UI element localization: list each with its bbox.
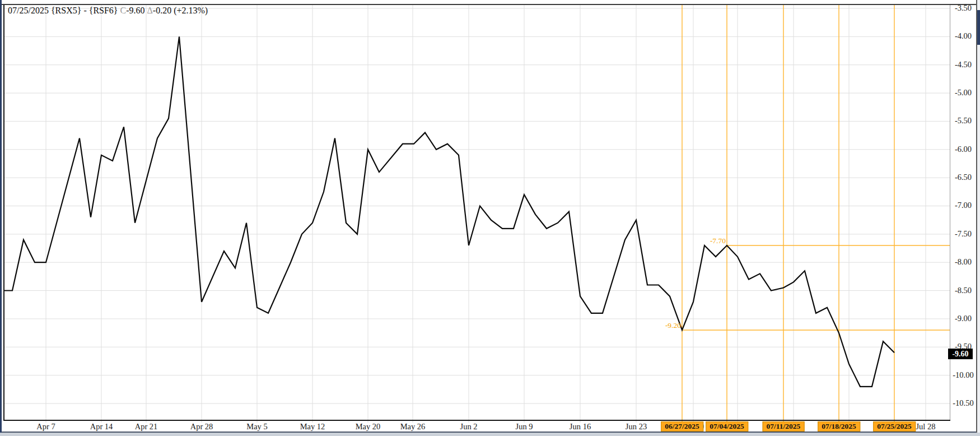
highlight-date-badge[interactable]: 07/11/2025 — [763, 421, 805, 432]
y-axis-label: -6.00 — [951, 145, 976, 154]
x-tick-label: Apr 14 — [90, 422, 113, 432]
y-axis-label: -9.00 — [951, 314, 976, 323]
price-level-label: -7.70 — [710, 236, 726, 245]
x-tick-label: Jun 2 — [460, 422, 477, 432]
y-axis-label: -10.00 — [951, 370, 976, 380]
y-axis-label: -4.50 — [951, 60, 976, 69]
x-tick-label: Jul 28 — [916, 422, 935, 432]
chart-title-bar: 07/25/2025 {RSX5} - {RSF6} C-9.60 Δ-0.20… — [8, 6, 208, 16]
window-top-border — [2, 4, 976, 5]
y-axis-label: -7.50 — [951, 229, 976, 239]
scrollbar-track[interactable] — [977, 0, 980, 433]
price-level-label: -9.20 — [665, 321, 681, 330]
highlight-date-badge[interactable]: 07/04/2025 — [706, 421, 748, 432]
x-tick-label: Jun 16 — [570, 422, 591, 432]
y-axis-label: -3.50 — [951, 3, 976, 13]
highlight-date-badge[interactable]: 06/27/2025 — [661, 421, 703, 432]
y-axis-label: -6.50 — [951, 173, 976, 182]
title-close-value: -9.60 — [126, 6, 144, 15]
x-tick-label: Apr 28 — [190, 422, 213, 432]
y-axis-label: -8.00 — [951, 257, 976, 267]
highlight-date-badge[interactable]: 07/25/2025 — [873, 421, 916, 432]
x-tick-label: May 20 — [356, 422, 381, 432]
spread-price-line — [4, 36, 894, 386]
title-date: 07/25/2025 — [8, 6, 49, 15]
y-axis-label: -7.00 — [951, 201, 976, 210]
x-tick-label: Jun 9 — [515, 422, 533, 432]
y-axis-label: -5.00 — [951, 88, 976, 98]
x-tick-label: May 12 — [300, 422, 325, 432]
last-price-badge: -9.60 — [948, 349, 973, 359]
y-axis-label: -8.50 — [951, 286, 976, 295]
title-symbol: {RSX5} - {RSF6} — [51, 6, 118, 15]
plot-left-border — [3, 5, 4, 420]
highlight-date-badge[interactable]: 07/18/2025 — [818, 421, 860, 432]
y-axis-label: -5.50 — [951, 116, 976, 126]
y-axis-label: -10.50 — [951, 398, 976, 408]
x-tick-label: May 5 — [246, 422, 267, 432]
scrollbar-thumb[interactable] — [977, 10, 980, 45]
title-delta-icon: Δ — [147, 6, 153, 15]
title-delta-value: -0.20 (+2.13%) — [153, 6, 208, 15]
x-tick-label: Jun 23 — [626, 422, 647, 432]
y-axis-label: -4.00 — [951, 31, 976, 41]
window-bottom-strip — [0, 433, 980, 436]
title-close-label: C — [120, 6, 127, 15]
chart-window: 07/25/2025 {RSX5} - {RSF6} C-9.60 Δ-0.20… — [0, 0, 980, 436]
x-tick-label: Apr 21 — [135, 422, 158, 432]
x-tick-label: May 26 — [400, 422, 426, 432]
x-tick-label: Apr 7 — [36, 422, 55, 432]
plot-bottom-border — [3, 420, 950, 421]
chart-plot-area[interactable] — [0, 0, 980, 436]
window-left-border — [0, 0, 2, 433]
